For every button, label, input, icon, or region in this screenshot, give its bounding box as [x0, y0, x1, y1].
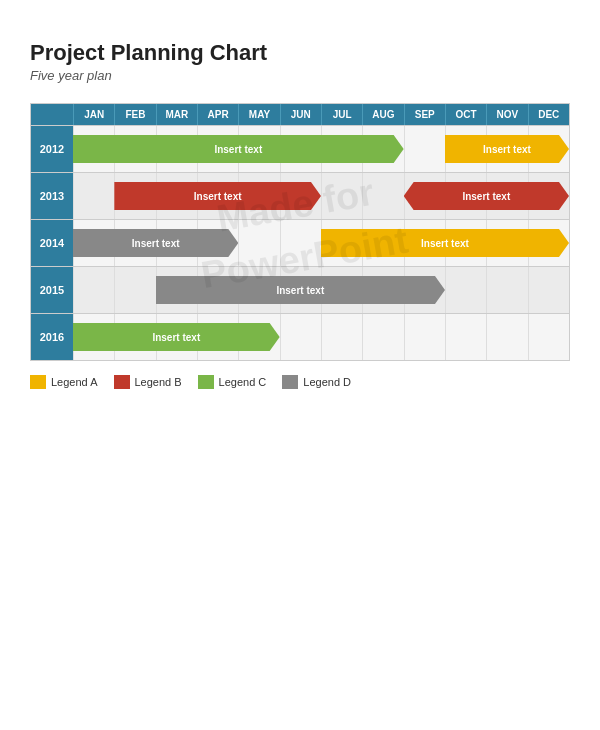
year-cell-2015: 2015 [31, 267, 73, 313]
month-header-apr: APR [197, 104, 238, 125]
bar-2012-0: Insert text [73, 135, 404, 163]
bar-label: Insert text [194, 191, 242, 202]
gantt-cells-2014: Insert textInsert text [73, 220, 569, 266]
bar-inner: Insert text [73, 135, 404, 163]
bg-cell [404, 126, 445, 172]
bar-2016-0: Insert text [73, 323, 280, 351]
gantt-row-2012: 2012Insert textInsert text [31, 125, 569, 172]
bar-label: Insert text [483, 144, 531, 155]
bg-cell [445, 314, 486, 360]
bar-2014-0: Insert text [73, 229, 238, 257]
bg-cell [445, 267, 486, 313]
gantt-cells-2016: Insert text [73, 314, 569, 360]
page-title: Project Planning Chart [30, 40, 570, 66]
month-header-feb: FEB [114, 104, 155, 125]
bar-inner: Insert text [404, 182, 569, 210]
gantt-chart: Made forPowerPoint JANFEBMARAPRMAYJUNJUL… [30, 103, 570, 361]
legend-color-box [282, 375, 298, 389]
bar-inner: Insert text [321, 229, 569, 257]
bg-cell [486, 314, 527, 360]
bar-label: Insert text [152, 332, 200, 343]
legend-color-box [30, 375, 46, 389]
gantt-row-2015: 2015Insert text [31, 266, 569, 313]
legend-color-box [198, 375, 214, 389]
header-year-spacer [31, 104, 73, 125]
gantt-cells-2013: Insert textInsert text [73, 173, 569, 219]
legend-color-box [114, 375, 130, 389]
legend-item: Legend B [114, 375, 182, 389]
month-header-sep: SEP [404, 104, 445, 125]
gantt-cells-2015: Insert text [73, 267, 569, 313]
bg-cell [362, 314, 403, 360]
gantt-row-2016: 2016Insert text [31, 313, 569, 360]
bar-2013-0: Insert text [114, 182, 321, 210]
month-header-aug: AUG [362, 104, 403, 125]
bg-cell [280, 314, 321, 360]
gantt-row-2014: 2014Insert textInsert text [31, 219, 569, 266]
month-header-dec: DEC [528, 104, 569, 125]
bg-cell [114, 267, 155, 313]
bg-cell [404, 314, 445, 360]
month-header-jul: JUL [321, 104, 362, 125]
bg-cell [73, 173, 114, 219]
bg-cell [321, 173, 362, 219]
bg-cell [528, 314, 569, 360]
legend-label: Legend D [303, 376, 351, 388]
bar-label: Insert text [214, 144, 262, 155]
gantt-cells-2012: Insert textInsert text [73, 126, 569, 172]
bg-cell [362, 173, 403, 219]
legend-item: Legend A [30, 375, 98, 389]
month-header-may: MAY [238, 104, 279, 125]
month-header-nov: NOV [486, 104, 527, 125]
month-header-jan: JAN [73, 104, 114, 125]
legend-label: Legend A [51, 376, 98, 388]
month-header-oct: OCT [445, 104, 486, 125]
bar-label: Insert text [132, 238, 180, 249]
bg-cell [321, 314, 362, 360]
legend: Legend ALegend BLegend CLegend D [30, 375, 570, 389]
bg-cell [238, 220, 279, 266]
bar-inner: Insert text [73, 229, 238, 257]
legend-item: Legend C [198, 375, 267, 389]
bar-inner: Insert text [73, 323, 280, 351]
bg-cell [280, 220, 321, 266]
legend-item: Legend D [282, 375, 351, 389]
month-header-jun: JUN [280, 104, 321, 125]
year-cell-2012: 2012 [31, 126, 73, 172]
year-cell-2013: 2013 [31, 173, 73, 219]
year-cell-2014: 2014 [31, 220, 73, 266]
legend-label: Legend C [219, 376, 267, 388]
month-header-mar: MAR [156, 104, 197, 125]
bar-2013-1: Insert text [404, 182, 569, 210]
bar-inner: Insert text [114, 182, 321, 210]
bg-cell [528, 267, 569, 313]
bar-2012-1: Insert text [445, 135, 569, 163]
year-cell-2016: 2016 [31, 314, 73, 360]
gantt-row-2013: 2013Insert textInsert text [31, 172, 569, 219]
bar-label: Insert text [462, 191, 510, 202]
bg-cell [486, 267, 527, 313]
page-container: Project Planning Chart Five year plan Ma… [0, 0, 600, 409]
bar-2014-1: Insert text [321, 229, 569, 257]
gantt-rows: 2012Insert textInsert text2013Insert tex… [31, 125, 569, 360]
bar-label: Insert text [421, 238, 469, 249]
bar-label: Insert text [276, 285, 324, 296]
month-header-row: JANFEBMARAPRMAYJUNJULAUGSEPOCTNOVDEC [31, 104, 569, 125]
legend-label: Legend B [135, 376, 182, 388]
bar-inner: Insert text [445, 135, 569, 163]
bar-2015-0: Insert text [156, 276, 445, 304]
page-subtitle: Five year plan [30, 68, 570, 83]
bar-inner: Insert text [156, 276, 445, 304]
bg-cell [73, 267, 114, 313]
